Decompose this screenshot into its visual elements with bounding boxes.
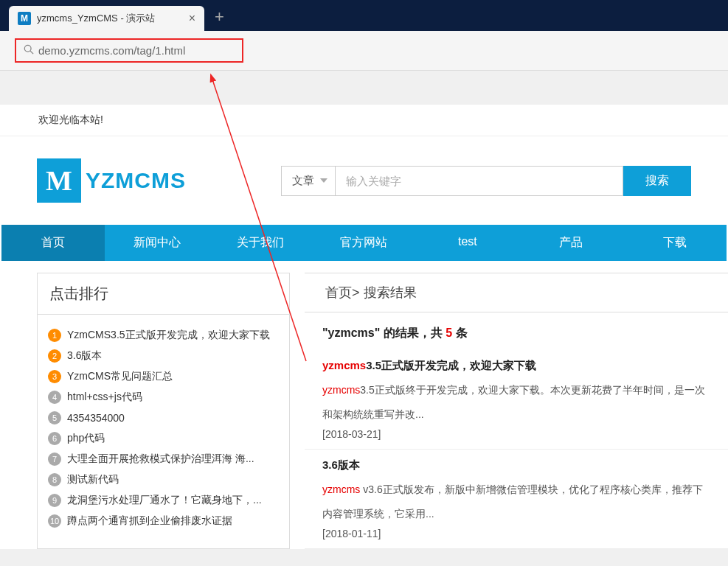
sidebar: 点击排行 1YzmCMS3.5正式版开发完成，欢迎大家下载 23.6版本 3Yz… bbox=[37, 273, 290, 549]
result-title[interactable]: 3.6版本 bbox=[322, 458, 710, 472]
sidebar-title: 点击排行 bbox=[38, 273, 289, 315]
result-desc: 内容管理系统，它采用... bbox=[322, 504, 710, 524]
breadcrumb-current: 搜索结果 bbox=[364, 285, 417, 300]
search-form: 文章 搜索 bbox=[281, 166, 691, 196]
browser-tab[interactable]: M yzmcms_YzmCMS - 演示站 × bbox=[9, 6, 204, 31]
welcome-text: 欢迎光临本站! bbox=[0, 105, 728, 136]
logo-icon: M bbox=[37, 158, 81, 203]
list-item[interactable]: 6php代码 bbox=[48, 428, 279, 449]
search-button[interactable]: 搜索 bbox=[623, 166, 691, 196]
close-icon[interactable]: × bbox=[189, 12, 195, 25]
rank-list: 1YzmCMS3.5正式版开发完成，欢迎大家下载 23.6版本 3YzmCMS常… bbox=[38, 315, 289, 542]
search-input[interactable] bbox=[336, 166, 623, 196]
results-summary: "yzmcms" 的结果，共 5 条 bbox=[305, 312, 728, 350]
rank-badge: 9 bbox=[48, 494, 61, 507]
rank-badge: 4 bbox=[48, 391, 61, 404]
site-logo[interactable]: M YZMCMS bbox=[37, 158, 186, 203]
result-date: [2018-03-21] bbox=[322, 428, 710, 440]
result-desc: yzmcms3.5正式版终于开发完成，欢迎大家下载。本次更新花费了半年时间，是一… bbox=[322, 380, 710, 400]
new-tab-button[interactable]: + bbox=[204, 3, 235, 31]
rank-badge: 1 bbox=[48, 329, 61, 342]
main-content: 首页> 搜索结果 "yzmcms" 的结果，共 5 条 yzmcms3.5正式版… bbox=[305, 273, 728, 549]
url-highlight-box: demo.yzmcms.com/tag/1.html bbox=[15, 38, 243, 63]
result-desc: yzmcms v3.6正式版发布，新版中新增微信管理模块，优化了程序核心类库，推… bbox=[322, 480, 710, 500]
main-nav: 首页 新闻中心 关于我们 官方网站 test 产品 下载 bbox=[1, 225, 727, 261]
tab-favicon: M bbox=[18, 12, 31, 25]
list-item[interactable]: 23.6版本 bbox=[48, 346, 279, 366]
browser-tab-bar: M yzmcms_YzmCMS - 演示站 × + bbox=[0, 0, 728, 31]
list-item[interactable]: 8测试新代码 bbox=[48, 469, 279, 490]
list-item[interactable]: 4html+css+js代码 bbox=[48, 387, 279, 408]
result-desc: 和架构统统重写并改... bbox=[322, 405, 710, 424]
result-date: [2018-01-11] bbox=[322, 528, 710, 539]
rank-badge: 10 bbox=[48, 514, 61, 528]
page-header: M YZMCMS 文章 搜索 bbox=[0, 136, 728, 225]
search-category-select[interactable]: 文章 bbox=[281, 166, 336, 196]
search-result: yzmcms3.5正式版开发完成，欢迎大家下载 yzmcms3.5正式版终于开发… bbox=[305, 350, 728, 450]
list-item[interactable]: 10蹲点两个通宵抓到企业偷排废水证据 bbox=[48, 511, 279, 531]
svg-line-1 bbox=[30, 51, 33, 54]
result-title[interactable]: yzmcms3.5正式版开发完成，欢迎大家下载 bbox=[322, 359, 710, 373]
url-text[interactable]: demo.yzmcms.com/tag/1.html bbox=[38, 44, 185, 57]
breadcrumb: 首页> 搜索结果 bbox=[305, 273, 728, 312]
rank-badge: 3 bbox=[48, 370, 61, 383]
list-item[interactable]: 1YzmCMS3.5正式版开发完成，欢迎大家下载 bbox=[48, 325, 279, 346]
search-result: 3.6版本 yzmcms v3.6正式版发布，新版中新增微信管理模块，优化了程序… bbox=[305, 450, 728, 549]
svg-point-0 bbox=[24, 45, 31, 52]
nav-news[interactable]: 新闻中心 bbox=[105, 225, 208, 261]
breadcrumb-home[interactable]: 首页 bbox=[325, 285, 352, 300]
rank-badge: 2 bbox=[48, 349, 61, 363]
list-item[interactable]: 7大理全面开展抢救模式保护治理洱海 海... bbox=[48, 449, 279, 469]
search-icon bbox=[24, 44, 34, 57]
rank-badge: 7 bbox=[48, 453, 61, 466]
nav-test[interactable]: test bbox=[416, 225, 519, 261]
list-item[interactable]: 3YzmCMS常见问题汇总 bbox=[48, 366, 279, 387]
address-bar: demo.yzmcms.com/tag/1.html bbox=[0, 31, 728, 71]
rank-badge: 6 bbox=[48, 432, 61, 445]
list-item[interactable]: 9龙洞堡污水处理厂通水了！它藏身地下，... bbox=[48, 490, 279, 511]
list-item[interactable]: 54354354000 bbox=[48, 408, 279, 428]
logo-text: YZMCMS bbox=[86, 168, 186, 193]
nav-about[interactable]: 关于我们 bbox=[209, 225, 312, 261]
nav-download[interactable]: 下载 bbox=[623, 225, 727, 261]
rank-badge: 5 bbox=[48, 411, 61, 424]
nav-products[interactable]: 产品 bbox=[519, 225, 623, 261]
rank-badge: 8 bbox=[48, 473, 61, 486]
tab-title: yzmcms_YzmCMS - 演示站 bbox=[37, 12, 183, 25]
nav-official[interactable]: 官方网站 bbox=[312, 225, 415, 261]
nav-home[interactable]: 首页 bbox=[1, 225, 105, 261]
